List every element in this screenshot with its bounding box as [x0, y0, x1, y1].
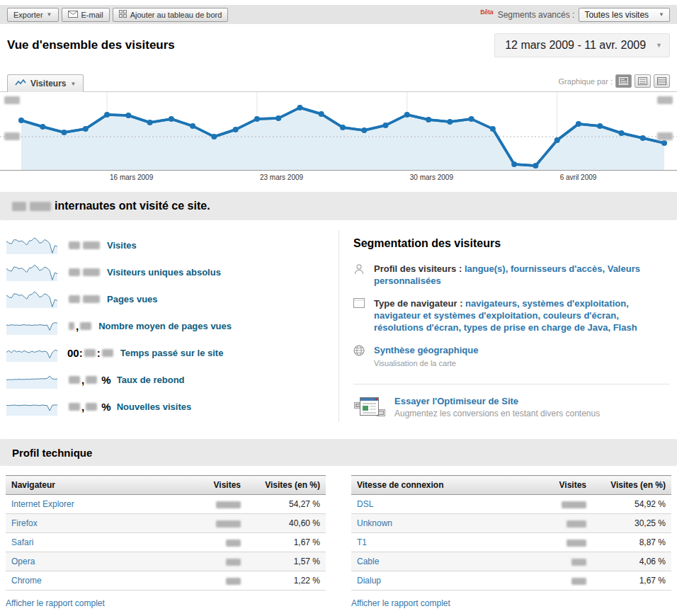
chart-point[interactable] — [340, 125, 346, 130]
advanced-segments: Bêta Segments avancés : Toutes les visit… — [480, 8, 670, 22]
chart-point[interactable] — [490, 126, 496, 132]
row-name-link[interactable]: T1 — [357, 537, 367, 547]
row-name-cell: Cable — [351, 552, 513, 571]
chart-point[interactable] — [104, 112, 110, 118]
segmentation-link[interactable]: types de prise en charge de Java, — [464, 322, 610, 333]
chart-point[interactable] — [211, 134, 217, 139]
chart-point[interactable] — [597, 123, 603, 129]
site-optimizer-link[interactable]: Essayer l'Optimiseur de Site — [394, 396, 600, 406]
masked-value — [69, 376, 80, 384]
site-optimizer-subtitle: Augmentez les conversions en testant div… — [394, 409, 600, 418]
toolbar-buttons: Exporter ▼ E-mail Ajouter au tableau de … — [7, 8, 228, 22]
stat-label-link[interactable]: Temps passé sur le site — [120, 348, 224, 358]
row-name-link[interactable]: Dialup — [357, 576, 381, 586]
stat-value — [67, 295, 101, 303]
chart-point[interactable] — [169, 116, 174, 122]
segmentation-link[interactable]: résolutions d'écran, — [374, 322, 461, 333]
metric-tab-label: Visiteurs — [30, 79, 66, 89]
chart-point[interactable] — [18, 118, 24, 123]
add-to-dashboard-button[interactable]: Ajouter au tableau de bord — [113, 8, 229, 22]
graph-header: Visiteurs ▼ Graphique par : — [0, 74, 677, 92]
chart-point[interactable] — [190, 123, 195, 129]
chart-point[interactable] — [640, 135, 646, 141]
date-range-picker[interactable]: 12 mars 2009 - 11 avr. 2009 ▼ — [494, 33, 670, 57]
chart-point[interactable] — [447, 119, 453, 125]
chart-point[interactable] — [319, 111, 324, 117]
stat-label-link[interactable]: Nombre moyen de pages vues — [98, 321, 232, 331]
segmentation-item-subtext: Visualisation de la carte — [374, 358, 478, 370]
chart-point[interactable] — [147, 120, 153, 125]
segmentation-link[interactable]: langue(s), — [465, 263, 508, 274]
chart-point[interactable] — [40, 124, 45, 130]
chart-point[interactable] — [426, 117, 431, 122]
technical-profile-tables: NavigateurVisitesVisites (en %)Internet … — [0, 475, 677, 608]
stat-row: Pages vues — [0, 285, 338, 312]
segmentation-item-text: Synthèse géographiqueVisualisation de la… — [374, 344, 478, 370]
segmentation-link[interactable]: systèmes d'exploitation, — [522, 298, 628, 309]
row-name-link[interactable]: Firefox — [11, 518, 38, 528]
chart-point[interactable] — [62, 130, 67, 135]
segments-dropdown-value: Toutes les visites — [584, 10, 649, 20]
chart-point[interactable] — [275, 115, 281, 121]
row-percent-cell: 1,67 % — [592, 571, 671, 591]
stat-value-text: 00: — [67, 347, 83, 359]
stat-label-link[interactable]: Visiteurs uniques absolus — [107, 267, 221, 278]
stat-label-link[interactable]: Nouvelles visites — [117, 401, 192, 412]
segmentation-link[interactable]: navigateurs, — [465, 298, 520, 309]
segmentation-link[interactable]: fournisseurs d'accès, — [511, 263, 605, 274]
email-button-label: E-mail — [81, 11, 103, 19]
chart-point[interactable] — [469, 116, 474, 122]
graph-by-week-button[interactable] — [635, 74, 651, 88]
export-button-label: Exporter — [13, 11, 43, 19]
chart-point[interactable] — [404, 112, 410, 118]
chart-point[interactable] — [233, 127, 239, 132]
graph-by-day-button[interactable] — [615, 74, 632, 88]
stat-label-link[interactable]: Pages vues — [107, 294, 158, 304]
row-name-link[interactable]: Internet Explorer — [11, 499, 74, 509]
stat-label-link[interactable]: Taux de rebond — [117, 375, 185, 385]
stat-value: , — [67, 320, 93, 332]
chart-point[interactable] — [661, 140, 667, 146]
segmentation-link[interactable]: couleurs d'écran, — [543, 310, 619, 321]
chart-point[interactable] — [254, 116, 260, 122]
chart-point[interactable] — [619, 130, 625, 136]
masked-value — [216, 520, 241, 527]
chart-point[interactable] — [125, 113, 131, 118]
chart-point[interactable] — [83, 126, 89, 132]
x-axis-label: 6 avril 2009 — [560, 173, 597, 181]
segmentation-link[interactable]: Flash — [613, 322, 637, 333]
data-table: Vitesse de connexionVisitesVisites (en %… — [351, 475, 671, 591]
export-button[interactable]: Exporter ▼ — [7, 8, 59, 22]
full-report-link[interactable]: Afficher le rapport complet — [6, 598, 105, 608]
segmentation-link[interactable]: Synthèse géographique — [374, 345, 478, 355]
stat-row: Visiteurs uniques absolus — [0, 258, 338, 285]
chart-point[interactable] — [297, 105, 303, 110]
segmentation-link[interactable]: navigateur et systèmes d'exploitation, — [374, 310, 540, 321]
row-percent-cell: 40,60 % — [246, 514, 326, 533]
full-report-link[interactable]: Afficher le rapport complet — [351, 598, 450, 608]
toolbar: Exporter ▼ E-mail Ajouter au tableau de … — [0, 5, 677, 24]
row-name-link[interactable]: Safari — [11, 537, 33, 547]
row-name-link[interactable]: Chrome — [11, 576, 42, 586]
chart-point[interactable] — [383, 122, 389, 128]
chart-point[interactable] — [576, 121, 581, 127]
chart-point[interactable] — [361, 127, 367, 133]
visitors-chart[interactable]: 16 mars 200923 mars 200930 mars 20096 av… — [0, 92, 677, 185]
row-name-cell: Safari — [6, 533, 167, 552]
row-name-link[interactable]: Cable — [357, 557, 379, 566]
stat-label-link[interactable]: Visites — [107, 240, 137, 251]
row-visits-cell — [167, 571, 246, 591]
masked-axis-tick — [657, 96, 673, 104]
row-name-link[interactable]: DSL — [357, 499, 373, 509]
metric-tab-visitors[interactable]: Visiteurs ▼ — [7, 74, 84, 92]
chart-point[interactable] — [511, 161, 517, 167]
chart-point[interactable] — [554, 137, 560, 143]
email-button[interactable]: E-mail — [62, 8, 110, 22]
segments-dropdown[interactable]: Toutes les visites ▼ — [579, 8, 670, 22]
visitors-line-chart[interactable] — [0, 92, 677, 172]
row-name-link[interactable]: Unknown — [357, 518, 392, 528]
row-name-link[interactable]: Opera — [11, 557, 35, 566]
graph-by-month-button[interactable] — [654, 74, 670, 88]
chart-point[interactable] — [533, 163, 538, 169]
divider — [353, 384, 670, 384]
